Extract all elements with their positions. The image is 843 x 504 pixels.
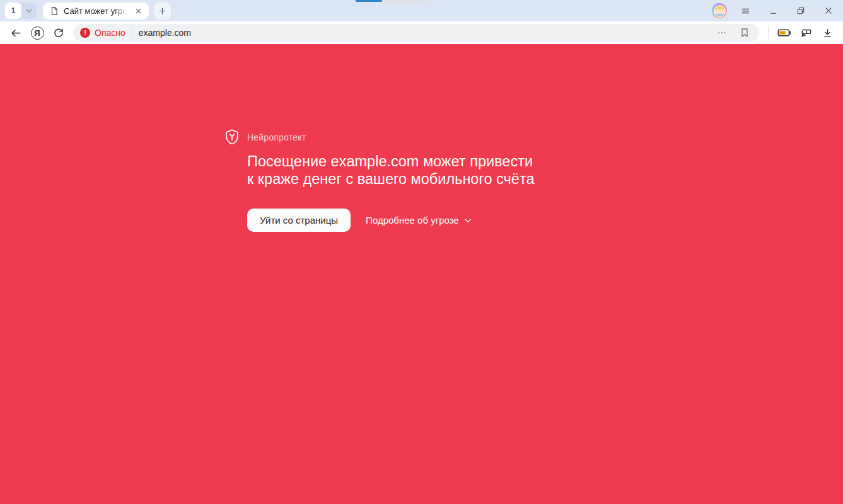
tab-counter-group[interactable]: 1 — [5, 3, 37, 19]
hamburger-menu-icon — [741, 6, 750, 16]
refresh-icon — [53, 27, 64, 38]
danger-warning-page: Нейропротект Посещение example.com может… — [0, 44, 843, 504]
warning-heading-line1: Посещение example.com может привести — [247, 152, 534, 170]
minimize-icon — [769, 7, 777, 15]
warning-heading: Посещение example.com может привести к к… — [247, 152, 534, 188]
threat-details-label: Подробнее об угрозе — [366, 215, 459, 226]
top-edge-indicator-blue — [356, 0, 382, 2]
threat-details-link[interactable]: Подробнее об угрозе — [366, 215, 472, 226]
bookmark-icon — [740, 28, 750, 38]
refresh-button[interactable] — [49, 24, 68, 42]
more-dots-icon — [717, 28, 727, 38]
window-close-button[interactable] — [819, 6, 838, 15]
new-tab-button[interactable] — [154, 3, 171, 20]
leave-page-button[interactable]: Уйти со страницы — [247, 209, 351, 232]
downloads-button[interactable] — [818, 24, 837, 42]
battery-saver-button[interactable] — [775, 24, 794, 42]
chevron-down-icon[interactable] — [21, 7, 37, 14]
top-edge-indicator-gray — [383, 0, 427, 2]
yandex-logo-icon: Я — [31, 26, 44, 40]
address-divider — [132, 28, 132, 38]
plus-icon — [158, 7, 166, 15]
collections-button[interactable] — [796, 24, 815, 42]
address-bar[interactable]: ! Опасно example.com — [73, 24, 759, 42]
warning-heading-line2: к краже денег с вашего мобильного счёта — [247, 170, 534, 188]
back-icon — [10, 27, 22, 39]
bookmark-button[interactable] — [735, 24, 754, 42]
security-status-badge[interactable]: Опасно — [95, 28, 125, 38]
active-tab[interactable]: Сайт может угрожать б — [43, 3, 149, 20]
toolbar-divider — [768, 27, 769, 38]
chevron-down-icon — [463, 216, 472, 225]
tab-bar: 1 Сайт может угрожать б — [0, 0, 843, 21]
window-restore-button[interactable] — [791, 6, 810, 15]
yandex-home-button[interactable]: Я — [28, 24, 47, 42]
window-minimize-button[interactable] — [764, 7, 782, 15]
avatar-face — [714, 5, 726, 17]
tab-counter[interactable]: 1 — [5, 3, 21, 19]
url-text[interactable]: example.com — [139, 28, 712, 38]
restore-icon — [796, 6, 805, 15]
close-icon[interactable] — [133, 6, 143, 16]
warning-block: Нейропротект Посещение example.com может… — [224, 129, 534, 232]
collections-icon — [800, 28, 812, 38]
download-icon — [822, 28, 833, 38]
exclamation-circle-icon: ! — [80, 28, 90, 38]
more-actions-button[interactable] — [712, 24, 731, 42]
protect-brand-label: Нейропротект — [247, 132, 306, 142]
profile-avatar[interactable] — [712, 3, 727, 18]
browser-menu-button[interactable] — [736, 6, 755, 16]
document-icon — [50, 6, 59, 16]
battery-icon — [777, 28, 791, 37]
navigation-toolbar: Я ! Опасно example.com — [0, 21, 843, 44]
back-button[interactable] — [6, 24, 25, 42]
tab-title: Сайт может угрожать б — [64, 6, 128, 16]
protect-shield-icon — [224, 129, 240, 146]
close-icon — [824, 6, 833, 15]
